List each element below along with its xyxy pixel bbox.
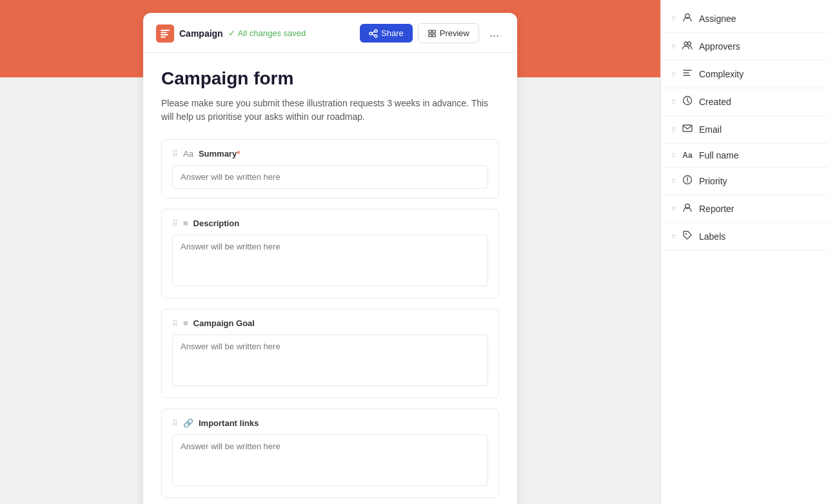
sidebar-label-complexity: Complexity [699,69,744,79]
svg-point-18 [687,182,688,183]
sidebar-drag-full-name: ⠿ [671,152,676,159]
description-input[interactable] [172,235,488,286]
sidebar-drag-assignee: ⠿ [671,15,676,23]
summary-input[interactable] [172,165,488,189]
sidebar-label-email: Email [699,124,722,135]
assignee-icon [681,12,694,26]
more-button[interactable]: ... [484,24,504,43]
sidebar-item-reporter[interactable]: ⠿ Reporter [661,195,828,223]
sidebar-label-labels: Labels [699,231,725,242]
form-header-right: Share Preview ... [360,23,504,43]
sidebar-drag-created: ⠿ [671,99,676,106]
check-icon: ✓ [228,28,235,38]
drag-handle-important-links[interactable]: ⠿ [172,419,178,428]
field-campaign-goal-header: ⠿ ≡ Campaign Goal [172,318,488,328]
svg-point-20 [685,233,687,235]
form-container: Campaign ✓ All changes saved Share [143,13,517,504]
preview-label: Preview [440,28,469,38]
svg-point-11 [688,42,691,45]
required-indicator: * [237,149,240,159]
svg-rect-2 [161,34,168,35]
description-icon: ≡ [183,218,188,228]
svg-point-10 [684,42,687,45]
drag-handle-summary[interactable]: ⠿ [172,150,178,159]
sidebar-item-assignee[interactable]: ⠿ Assignee [661,5,828,33]
sidebar-drag-priority: ⠿ [671,178,676,185]
priority-icon [681,174,694,188]
field-summary: ⠿ Aa Summary* [161,139,499,199]
sidebar-item-labels[interactable]: ⠿ Labels [661,223,828,251]
sidebar-item-complexity[interactable]: ⠿ Complexity [661,61,828,88]
form-body: Campaign form Please make sure you submi… [143,53,517,504]
important-links-input[interactable] [172,434,488,486]
field-description: ⠿ ≡ Description [161,209,499,298]
preview-button[interactable]: Preview [418,23,479,43]
sidebar-drag-reporter: ⠿ [671,206,676,213]
description-label: Description [193,218,240,228]
reporter-icon [681,202,694,216]
form-title: Campaign form [161,68,499,89]
svg-rect-3 [161,36,166,37]
approvers-icon [681,39,694,53]
sidebar-label-priority: Priority [699,176,727,186]
complexity-icon [681,67,694,81]
svg-line-7 [372,32,375,33]
drag-handle-description[interactable]: ⠿ [172,219,178,228]
campaign-goal-icon: ≡ [183,318,188,328]
campaign-name: Campaign [179,28,223,39]
form-header: Campaign ✓ All changes saved Share [143,13,517,53]
full-name-icon: Aa [681,151,694,160]
svg-line-8 [372,34,375,35]
share-label: Share [381,28,404,38]
important-links-icon: 🔗 [183,418,193,428]
sidebar: ⠿ Assignee ⠿ Approvers ⠿ [660,0,828,504]
share-icon [369,29,378,38]
svg-point-5 [370,32,372,35]
sidebar-drag-approvers: ⠿ [671,43,676,50]
created-icon [681,95,694,109]
more-label: ... [489,26,499,39]
sidebar-item-email[interactable]: ⠿ Email [661,116,828,144]
sidebar-item-full-name[interactable]: ⠿ Aa Full name [661,144,828,168]
sidebar-item-priority[interactable]: ⠿ Priority [661,168,828,195]
share-button[interactable]: Share [360,24,413,43]
sidebar-item-created[interactable]: ⠿ Created [661,88,828,116]
field-important-links-header: ⠿ 🔗 Important links [172,418,488,428]
sidebar-label-created: Created [699,97,731,107]
email-icon [681,122,694,137]
important-links-label: Important links [199,418,259,428]
campaign-goal-input[interactable] [172,334,488,386]
campaign-icon [156,24,174,43]
summary-label: Summary* [199,149,240,159]
sidebar-item-approvers[interactable]: ⠿ Approvers [661,33,828,61]
form-description: Please make sure you submit these illust… [161,97,499,124]
field-summary-header: ⠿ Aa Summary* [172,149,488,159]
field-campaign-goal: ⠿ ≡ Campaign Goal [161,309,499,398]
sidebar-drag-complexity: ⠿ [671,71,676,78]
main-area: Campaign ✓ All changes saved Share [0,0,660,504]
labels-icon [681,229,694,244]
saved-indicator: ✓ All changes saved [228,28,306,38]
preview-icon [428,29,437,38]
sidebar-label-reporter: Reporter [699,204,734,214]
svg-rect-0 [161,30,170,31]
sidebar-drag-email: ⠿ [671,126,676,133]
campaign-goal-label: Campaign Goal [193,318,255,328]
saved-status: All changes saved [238,28,306,38]
sidebar-label-full-name: Full name [699,150,738,160]
field-important-links: ⠿ 🔗 Important links [161,409,499,498]
summary-icon: Aa [183,149,193,159]
sidebar-label-approvers: Approvers [699,41,740,52]
svg-point-6 [375,35,377,37]
sidebar-label-assignee: Assignee [699,14,736,24]
form-header-left: Campaign ✓ All changes saved [156,24,306,43]
svg-rect-1 [161,32,167,33]
drag-handle-campaign-goal[interactable]: ⠿ [172,319,178,328]
svg-point-4 [375,30,377,32]
field-description-header: ⠿ ≡ Description [172,218,488,228]
sidebar-drag-labels: ⠿ [671,233,676,240]
